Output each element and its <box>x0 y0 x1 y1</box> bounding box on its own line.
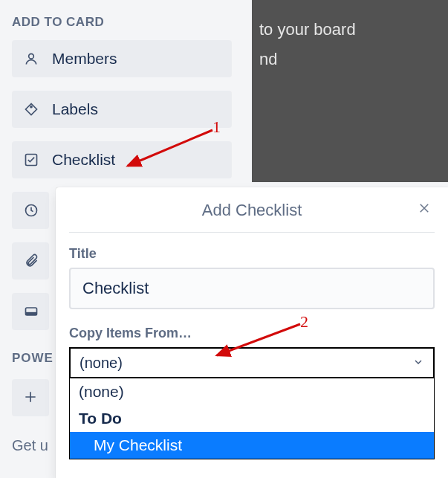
popup-title: Add Checklist <box>202 201 302 219</box>
backdrop-line-1: to your board <box>259 15 441 45</box>
sidebar-item-checklist[interactable]: Checklist <box>12 141 232 178</box>
sidebar-item-members[interactable]: Members <box>12 40 232 77</box>
copy-items-select[interactable]: (none) <box>69 347 435 378</box>
copy-from-label: Copy Items From… <box>69 326 435 341</box>
plus-icon <box>23 387 38 410</box>
close-icon[interactable] <box>414 198 435 219</box>
sidebar-item-label: Members <box>52 50 117 68</box>
title-field-label: Title <box>69 246 435 262</box>
dropdown-option-todo[interactable]: To Do <box>70 405 434 432</box>
sidebar-item-label: Labels <box>52 100 98 118</box>
add-power-up-button[interactable] <box>12 379 49 416</box>
dropdown-option-my-checklist[interactable]: My Checklist <box>70 432 434 459</box>
sidebar-item-attachment[interactable] <box>12 242 49 280</box>
svg-point-1 <box>30 106 32 108</box>
sidebar-item-labels[interactable]: Labels <box>12 91 232 128</box>
copy-items-dropdown: (none) To Do My Checklist <box>69 378 435 459</box>
chevron-down-icon <box>412 355 424 372</box>
person-icon <box>22 50 40 68</box>
checklist-title-input[interactable] <box>69 268 435 309</box>
sidebar-item-cover[interactable] <box>12 293 49 330</box>
svg-point-0 <box>29 54 34 59</box>
clock-icon <box>22 201 40 219</box>
tag-icon <box>22 100 40 118</box>
backdrop-line-2: nd <box>259 45 441 74</box>
dropdown-option-none[interactable]: (none) <box>70 378 434 405</box>
add-checklist-popup: Add Checklist Title Copy Items From… (no… <box>56 187 448 478</box>
sidebar-item-dates[interactable] <box>12 192 49 229</box>
attachment-icon <box>22 252 40 270</box>
svg-rect-5 <box>26 312 37 315</box>
popup-header: Add Checklist <box>69 201 435 233</box>
backdrop-text: to your board nd <box>252 0 448 182</box>
add-to-card-heading: ADD TO CARD <box>12 15 240 30</box>
sidebar-item-label: Checklist <box>52 151 115 169</box>
check-square-icon <box>22 151 40 169</box>
select-value: (none) <box>79 355 123 372</box>
card-icon <box>22 303 40 320</box>
